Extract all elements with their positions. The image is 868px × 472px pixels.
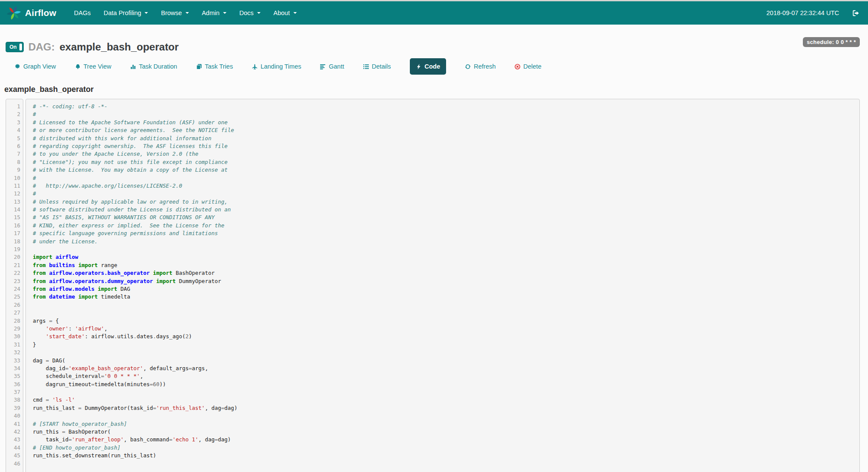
code-line: # regarding copyright ownership. The ASF… xyxy=(33,142,855,150)
line-number: 28 xyxy=(6,317,20,325)
align-left-icon xyxy=(320,64,326,69)
code-line: # Unless required by applicable law or a… xyxy=(33,198,855,206)
certificate-icon xyxy=(15,64,20,69)
line-number: 36 xyxy=(6,381,20,388)
code-line: from airflow.models import DAG xyxy=(33,285,855,293)
line-number: 32 xyxy=(6,349,20,356)
line-number: 42 xyxy=(6,428,20,436)
line-number: 13 xyxy=(6,198,20,206)
line-number: 38 xyxy=(6,396,20,404)
brand-title: Airflow xyxy=(25,8,57,18)
tab-label: Landing Times xyxy=(261,63,301,70)
code-line: run_this_last = DummyOperator(task_id='r… xyxy=(33,404,855,412)
nav-item-docs[interactable]: Docs xyxy=(233,1,267,25)
tab-label: Delete xyxy=(523,63,541,70)
nav-item-label: About xyxy=(274,9,290,16)
line-number: 44 xyxy=(6,444,20,452)
duplicate-icon xyxy=(196,64,202,69)
tree-icon xyxy=(75,64,81,69)
line-number: 17 xyxy=(6,230,20,237)
tab-details[interactable]: Details xyxy=(363,63,391,70)
tab-task-tries[interactable]: Task Tries xyxy=(196,63,233,70)
code-line: # "License"); you may not use this file … xyxy=(33,158,855,166)
line-number: 34 xyxy=(6,365,20,372)
airflow-pinwheel-logo xyxy=(6,5,22,21)
code-line: # under the License. xyxy=(33,238,855,245)
airflow-brand[interactable]: Airflow xyxy=(6,5,57,21)
code-line: args = { xyxy=(33,317,855,325)
code-line: # xyxy=(33,174,855,182)
code-line: dag_id='example_bash_operator', default_… xyxy=(33,365,855,372)
logout-icon xyxy=(852,9,859,17)
schedule-badge: schedule: 0 0 * * * xyxy=(803,37,860,47)
line-number: 26 xyxy=(6,301,20,309)
line-number: 11 xyxy=(6,182,20,190)
tab-gantt[interactable]: Gantt xyxy=(320,63,344,70)
code-line: cmd = 'ls -l' xyxy=(33,396,855,404)
code-line xyxy=(33,460,855,468)
line-number: 5 xyxy=(6,135,20,142)
dag-state-label: On xyxy=(9,44,17,50)
code-line: from airflow.operators.dummy_operator im… xyxy=(33,277,855,285)
code-line: # [START howto_operator_bash] xyxy=(33,420,855,428)
code-line: # [END howto_operator_bash] xyxy=(33,444,855,452)
code-line: dagrun_timeout=timedelta(minutes=60)) xyxy=(33,381,855,388)
view-tabs: Graph ViewTree ViewTask DurationTask Tri… xyxy=(6,57,860,76)
line-number: 46 xyxy=(6,460,20,468)
line-number: 19 xyxy=(6,245,20,253)
code-line xyxy=(33,309,855,317)
code-line: # specific language governing permission… xyxy=(33,230,855,237)
nav-item-browse[interactable]: Browse xyxy=(154,1,195,25)
code-line: 'start_date': airflow.utils.dates.days_a… xyxy=(33,333,855,340)
line-number: 22 xyxy=(6,269,20,277)
nav-item-label: Browse xyxy=(161,9,182,16)
logout-button[interactable] xyxy=(852,9,859,17)
line-number: 10 xyxy=(6,174,20,182)
line-number: 18 xyxy=(6,238,20,245)
line-number: 23 xyxy=(6,277,20,285)
tab-graph-view[interactable]: Graph View xyxy=(15,63,56,70)
nav-item-dags[interactable]: DAGs xyxy=(68,1,97,25)
section-heading: example_bash_operator xyxy=(4,85,860,94)
dag-title-row: On DAG: example_bash_operator xyxy=(6,25,860,53)
nav-item-data-profiling[interactable]: Data Profiling xyxy=(97,1,154,25)
navbar-right: 2018-09-07 22:32:44 UTC xyxy=(767,9,859,17)
page-content: schedule: 0 0 * * * On DAG: example_bash… xyxy=(0,25,868,472)
top-navbar: Airflow DAGsData ProfilingBrowseAdminDoc… xyxy=(0,1,868,25)
line-number: 2 xyxy=(6,110,20,118)
code-line: from builtins import range xyxy=(33,261,855,269)
tab-label: Code xyxy=(425,63,440,70)
remove-circle-icon xyxy=(515,64,520,69)
tab-refresh[interactable]: Refresh xyxy=(465,63,496,70)
tab-tree-view[interactable]: Tree View xyxy=(75,63,111,70)
line-number-gutter: 1234567891011121314151617181920212223242… xyxy=(6,99,23,472)
nav-item-admin[interactable]: Admin xyxy=(195,1,233,25)
line-number: 20 xyxy=(6,253,20,261)
list-icon xyxy=(363,64,369,69)
line-number: 39 xyxy=(6,404,20,412)
bar-chart-icon xyxy=(130,64,136,69)
line-number: 15 xyxy=(6,214,20,221)
line-number: 12 xyxy=(6,190,20,198)
code-line: # or more contributor license agreements… xyxy=(33,126,855,134)
nav-item-about[interactable]: About xyxy=(267,1,303,25)
code-line: 'owner': 'airflow', xyxy=(33,325,855,333)
dag-state-toggle[interactable]: On xyxy=(6,42,24,52)
tab-code[interactable]: Code xyxy=(410,58,446,75)
line-number: 25 xyxy=(6,293,20,301)
tab-delete[interactable]: Delete xyxy=(515,63,541,70)
code-line: # software distributed under the License… xyxy=(33,206,855,214)
code-line: run_this = BashOperator( xyxy=(33,428,855,436)
code-line: # -*- coding: utf-8 -*- xyxy=(33,103,855,110)
utc-clock: 2018-09-07 22:32:44 UTC xyxy=(767,9,839,16)
tab-task-duration[interactable]: Task Duration xyxy=(130,63,177,70)
code-line: # http://www.apache.org/licenses/LICENSE… xyxy=(33,182,855,190)
caret-down-icon xyxy=(145,12,148,14)
nav-item-label: Data Profiling xyxy=(104,9,141,16)
code-line: dag = DAG( xyxy=(33,357,855,365)
tab-label: Gantt xyxy=(329,63,344,70)
line-number: 43 xyxy=(6,436,20,444)
tab-landing-times[interactable]: Landing Times xyxy=(252,63,301,70)
line-number: 21 xyxy=(6,261,20,269)
code-line: # to you under the Apache License, Versi… xyxy=(33,150,855,158)
